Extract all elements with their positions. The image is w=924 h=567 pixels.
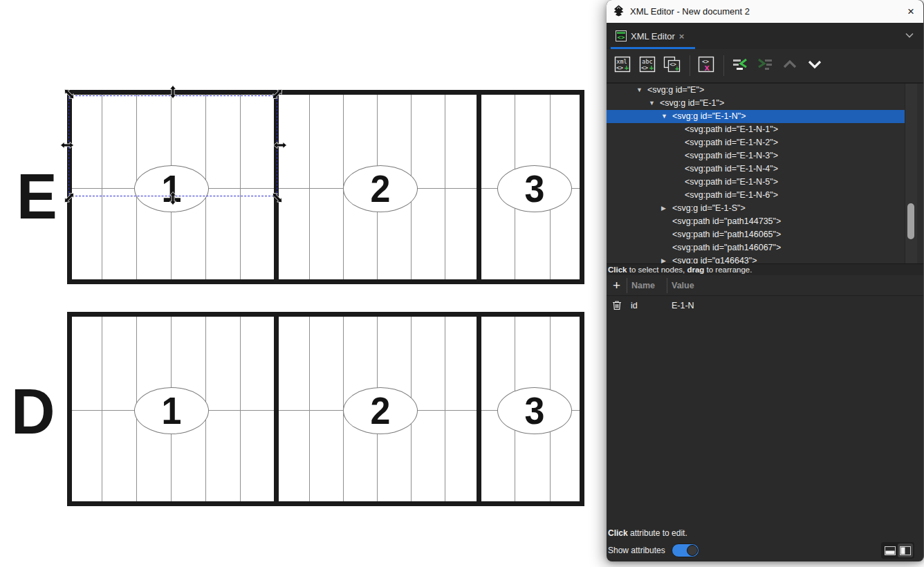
tab-label: XML Editor bbox=[631, 31, 675, 41]
dialog-title: XML Editor - New document 2 bbox=[630, 6, 750, 17]
panel-layout-switcher bbox=[881, 542, 914, 559]
node-label: <svg:g id="E-1"> bbox=[660, 97, 724, 110]
scale-handle-bottom-left[interactable] bbox=[62, 194, 76, 202]
node-label: <svg:path id="E-1-N-2"> bbox=[685, 136, 778, 149]
attribute-name[interactable]: id bbox=[627, 301, 671, 310]
grid-line bbox=[240, 317, 241, 501]
svg-text:<>: <> bbox=[618, 34, 625, 41]
xml-tree-node[interactable]: ▼<svg:g id="E-1-N"> bbox=[607, 110, 906, 123]
xml-tree-node[interactable]: <svg:path id="E-1-N-3"> bbox=[607, 149, 906, 162]
move-node-down-button[interactable] bbox=[804, 55, 825, 76]
attribute-value[interactable]: E-1-N bbox=[671, 301, 694, 310]
svg-text:<>: <> bbox=[641, 64, 648, 71]
delete-node-button[interactable]: <>x bbox=[696, 55, 717, 76]
section-ellipse: 2 bbox=[343, 387, 418, 434]
xml-tree-node[interactable]: <svg:path id="path146067"> bbox=[607, 241, 906, 254]
attribute-hint-text: Click attribute to edit. bbox=[608, 528, 687, 538]
expander-closed-icon[interactable]: ▶ bbox=[661, 254, 672, 264]
section-ellipse: 3 bbox=[497, 387, 572, 434]
new-text-node-icon: abc<>+ bbox=[638, 55, 656, 76]
node-label: <svg:path id="E-1-N-3"> bbox=[685, 149, 778, 162]
section-divider bbox=[477, 317, 481, 501]
expander-open-icon[interactable]: ▼ bbox=[661, 110, 672, 123]
node-label: <svg:g id="E-1-N"> bbox=[672, 110, 746, 123]
section-divider bbox=[477, 95, 481, 279]
xml-tab-icon: <> bbox=[616, 30, 627, 41]
dialog-close-button[interactable]: × bbox=[907, 6, 914, 17]
expander-open-icon[interactable]: ▼ bbox=[636, 84, 647, 97]
new-text-node-button[interactable]: abc<>+ bbox=[637, 55, 658, 76]
svg-text:<>: <> bbox=[616, 64, 623, 71]
svg-text:+: + bbox=[649, 64, 654, 72]
xml-tree-node[interactable]: <svg:path id="E-1-N-4"> bbox=[607, 162, 906, 176]
expander-closed-icon[interactable]: ▶ bbox=[661, 202, 672, 215]
xml-tree-node[interactable]: <svg:path id="E-1-N-2"> bbox=[607, 136, 906, 149]
xml-tree-node[interactable]: ▼<svg:g id="E"> bbox=[607, 84, 906, 97]
section-number: 2 bbox=[371, 167, 391, 212]
horizontal-layout-button[interactable] bbox=[883, 543, 898, 557]
xml-tree-node[interactable]: ▶<svg:g id="g146643"> bbox=[607, 254, 906, 264]
move-node-down-icon bbox=[806, 55, 824, 76]
panel-menu-chevron-icon[interactable] bbox=[904, 30, 915, 44]
scale-handle-bottom-right[interactable] bbox=[270, 194, 284, 202]
xml-editor-dialog: XML Editor - New document 2 × <> XML Edi… bbox=[607, 0, 924, 561]
node-label: <svg:path id="E-1-N-6"> bbox=[685, 189, 778, 202]
vertical-layout-button[interactable] bbox=[898, 543, 913, 557]
node-label: <svg:g id="E-1-S"> bbox=[672, 202, 746, 215]
indent-node-button bbox=[755, 55, 775, 76]
section-number: 3 bbox=[525, 389, 545, 434]
toolbar-separator bbox=[690, 55, 690, 76]
tab-xml-editor[interactable]: <> XML Editor × bbox=[616, 23, 684, 49]
xml-tree-node[interactable]: <svg:path id="path144735"> bbox=[607, 215, 906, 228]
delete-node-icon: <>x bbox=[697, 55, 715, 76]
delete-attribute-icon[interactable] bbox=[607, 300, 627, 310]
duplicate-node-icon: <>+ bbox=[663, 55, 682, 76]
node-label: <svg:path id="path146067"> bbox=[672, 241, 781, 254]
xml-toolbar: xml<>+abc<>+<>+<>x bbox=[607, 49, 923, 83]
figure-D[interactable]: 1 2 3 bbox=[67, 312, 584, 506]
section-ellipse: 2 bbox=[343, 165, 418, 212]
scale-handle-top-left[interactable] bbox=[62, 90, 76, 98]
tab-bar: <> XML Editor × bbox=[607, 23, 923, 49]
xml-tree-node[interactable]: <svg:path id="E-1-N-1"> bbox=[607, 123, 906, 136]
tree-scrollbar[interactable] bbox=[905, 84, 917, 264]
node-label: <svg:g id="g146643"> bbox=[672, 254, 757, 264]
xml-tree-node[interactable]: <svg:path id="E-1-N-5"> bbox=[607, 176, 906, 189]
scale-handle-right[interactable] bbox=[273, 141, 287, 149]
new-element-node-button[interactable]: xml<>+ bbox=[612, 55, 633, 76]
add-attribute-button[interactable]: + bbox=[607, 276, 627, 295]
unindent-node-icon bbox=[731, 55, 749, 76]
expander-open-icon[interactable]: ▼ bbox=[649, 97, 660, 110]
tree-scrollbar-thumb[interactable] bbox=[907, 203, 914, 239]
show-attributes-row: Show attributes bbox=[608, 543, 699, 557]
scale-handle-bottom-center[interactable] bbox=[166, 194, 180, 203]
scale-handle-left[interactable] bbox=[60, 141, 74, 149]
section-number: 3 bbox=[525, 167, 545, 212]
attribute-row[interactable]: id E-1-N bbox=[607, 296, 923, 315]
attributes-list: id E-1-N bbox=[607, 296, 923, 315]
unindent-node-button[interactable] bbox=[730, 55, 750, 76]
node-label: <svg:path id="E-1-N-1"> bbox=[685, 123, 778, 136]
attributes-header: + Name Value bbox=[607, 275, 923, 296]
xml-tree-node[interactable]: ▶<svg:g id="E-1-S"> bbox=[607, 202, 906, 215]
toggle-knob bbox=[687, 545, 698, 556]
xml-tree-node[interactable]: <svg:path id="path146065"> bbox=[607, 228, 906, 241]
xml-tree-node[interactable]: <svg:path id="E-1-N-6"> bbox=[607, 189, 906, 202]
xml-tree-node[interactable]: ▼<svg:g id="E-1"> bbox=[607, 97, 906, 110]
grid-line bbox=[309, 95, 310, 279]
move-node-up-button bbox=[779, 55, 800, 76]
scale-handle-top-center[interactable] bbox=[166, 88, 180, 96]
xml-node-tree[interactable]: ▼<svg:g id="E">▼<svg:g id="E-1">▼<svg:g … bbox=[607, 83, 923, 264]
section-ellipse: 1 bbox=[134, 387, 209, 434]
node-label: <svg:g id="E"> bbox=[647, 84, 704, 97]
attr-column-name: Name bbox=[627, 281, 667, 290]
duplicate-node-button[interactable]: <>+ bbox=[662, 55, 683, 76]
attr-column-value: Value bbox=[667, 281, 694, 290]
show-attributes-toggle[interactable] bbox=[672, 543, 699, 557]
tab-close-icon[interactable]: × bbox=[679, 31, 685, 41]
dialog-titlebar[interactable]: XML Editor - New document 2 × bbox=[607, 0, 923, 23]
svg-text:x: x bbox=[704, 62, 710, 73]
selection-bbox[interactable] bbox=[68, 95, 277, 196]
scale-handle-top-right[interactable] bbox=[270, 90, 284, 98]
grid-line bbox=[309, 317, 310, 501]
